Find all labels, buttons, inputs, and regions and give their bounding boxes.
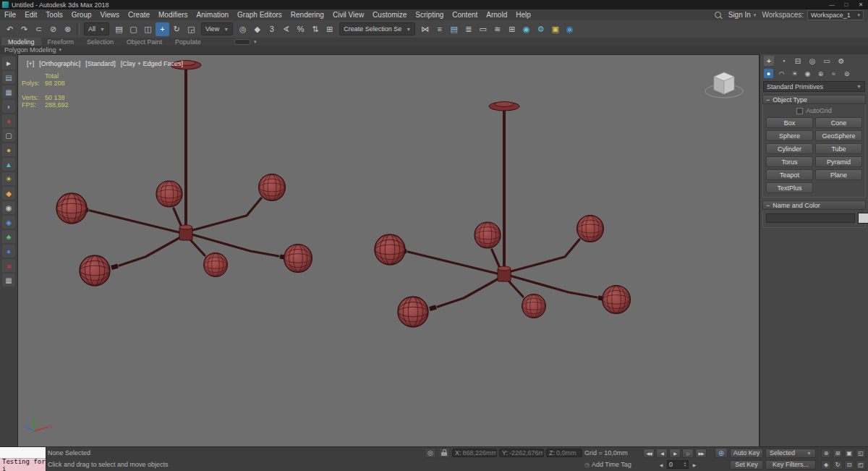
object-type-button[interactable]: Torus (766, 156, 813, 167)
current-frame-field[interactable]: 0 ▲▼ (667, 460, 689, 469)
menu-item[interactable]: Views (96, 11, 124, 19)
selection-filter-dropdown[interactable]: All ▼ (84, 22, 109, 35)
viewport-canvas[interactable]: x y (18, 55, 759, 446)
layers-panel-icon[interactable]: ▦ (2, 85, 15, 98)
ribbon-minimize-pill[interactable] (234, 39, 250, 45)
box-tool-icon[interactable]: ▢ (2, 129, 15, 142)
ribbon-config-chevron-icon[interactable]: ▾ (254, 39, 257, 45)
coordinate-x-field[interactable]: X: 868,226mm (452, 449, 497, 457)
bone-tool-icon[interactable]: ◈ (2, 216, 15, 229)
pan-icon[interactable]: ◈ (821, 460, 831, 470)
maximize-button[interactable]: □ (839, 1, 854, 8)
workspace-dropdown[interactable]: Workspace_1 ▾ (807, 10, 864, 20)
ribbon-toggle-icon[interactable]: ▭ (476, 22, 490, 36)
helpers-category-icon[interactable]: ⊕ (816, 69, 825, 78)
chandelier-model-left[interactable] (56, 61, 312, 287)
grid-tool-icon[interactable]: ▦ (2, 273, 15, 287)
viewport-label-segment[interactable]: [+] (27, 60, 34, 67)
primitives-dropdown[interactable]: Standard Primitives ▼ (763, 81, 865, 92)
menu-item[interactable]: Tools (41, 11, 67, 19)
menu-item[interactable]: File (0, 11, 20, 19)
cameras-category-icon[interactable]: ◉ (803, 69, 812, 78)
menu-item[interactable]: Arnold (482, 11, 511, 19)
snaps-toggle-icon[interactable]: 3 (265, 22, 278, 36)
go-to-end-button[interactable]: ▶▶ (695, 449, 707, 458)
shapes-category-icon[interactable]: ◠ (777, 69, 786, 78)
maxscript-mini-listener[interactable]: Testing for i (0, 447, 46, 471)
schematic-view-icon[interactable]: ⊞ (505, 22, 519, 36)
create-selection-set-field[interactable]: Create Selection Se ▼ (339, 22, 415, 35)
key-filters-button[interactable]: Key Filters... (765, 460, 816, 470)
frame-forward-button[interactable]: ▶ (690, 460, 699, 469)
object-type-button[interactable]: TextPlus (766, 182, 813, 193)
menu-item[interactable]: Animation (192, 11, 233, 19)
autogrid-checkbox[interactable] (796, 108, 803, 114)
unlink-selection-icon[interactable]: ⊘ (46, 22, 60, 36)
object-type-button[interactable]: Pyramid (815, 156, 862, 167)
search-icon[interactable] (715, 12, 721, 18)
align-icon[interactable]: ≡ (433, 22, 446, 36)
motion-tab-icon[interactable]: ◎ (807, 56, 817, 66)
modify-tab-icon[interactable]: ◔ (778, 56, 788, 66)
previous-frame-button[interactable]: ◀ (656, 449, 668, 458)
helper-tool-icon[interactable]: ◆ (2, 187, 15, 200)
record-icon[interactable]: ● (2, 114, 15, 127)
frame-back-button[interactable]: ◀ (657, 460, 665, 469)
object-type-button[interactable]: Sphere (766, 130, 813, 141)
viewport-label-segment[interactable]: [Orthographic] (39, 60, 80, 67)
select-and-link-icon[interactable]: ⊂ (32, 22, 46, 36)
undo-icon[interactable]: ↶ (3, 22, 17, 36)
select-by-name-icon[interactable]: ▤ (112, 22, 126, 36)
close-button[interactable]: ✕ (854, 1, 868, 8)
mirror-icon[interactable]: ⋈ (418, 22, 432, 36)
add-time-tag[interactable]: ◷ Add Time Tag (584, 461, 641, 468)
sign-in-button[interactable]: Sign In ▾ (726, 11, 759, 19)
render-production-icon[interactable]: ◉ (563, 22, 576, 36)
spinner-snap-icon[interactable]: ⇅ (308, 22, 322, 36)
named-selection-sets-icon[interactable]: ⊞ (323, 22, 336, 36)
create-tab-icon[interactable]: + (764, 56, 774, 66)
material-sample-icon[interactable]: ■ (2, 259, 15, 272)
maximize-viewport-toggle-icon[interactable]: ◰ (856, 460, 866, 470)
isolate-selection-toggle-icon[interactable]: ◎ (425, 448, 436, 458)
material-editor-icon[interactable]: ◉ (519, 22, 533, 36)
listener-line[interactable]: Testing for i (0, 459, 46, 471)
render-setup-icon[interactable]: ⚙ (534, 22, 548, 36)
select-and-move-icon[interactable]: + (156, 22, 169, 36)
key-mode-dropdown[interactable]: Selected ▼ (765, 449, 816, 458)
rectangular-selection-region-icon[interactable]: ▢ (127, 22, 140, 36)
viewport-label-segment[interactable]: [Standard] (85, 60, 116, 67)
sphere-tool-icon[interactable]: ● (2, 143, 15, 156)
cone-tool-icon[interactable]: ▲ (2, 158, 15, 171)
bind-to-space-warp-icon[interactable]: ⊗ (61, 22, 75, 36)
hierarchy-tab-icon[interactable]: ⊟ (793, 56, 803, 66)
light-tool-icon[interactable]: ☀ (2, 172, 15, 185)
orbit-icon[interactable]: ↻ (833, 460, 843, 470)
select-and-manipulate-icon[interactable]: ◆ (250, 22, 264, 36)
zoom-extents-icon[interactable]: ▣ (844, 449, 854, 458)
ribbon-tab[interactable]: Selection (80, 38, 120, 46)
space-warps-category-icon[interactable]: ≈ (829, 69, 838, 78)
scene-explorer-icon[interactable]: ▤ (447, 22, 461, 36)
reference-coordinate-dropdown[interactable]: View ▼ (201, 22, 233, 35)
foliage-tool-icon[interactable]: ♣ (2, 230, 15, 243)
selection-region-icon[interactable]: ▤ (2, 71, 15, 84)
menu-item[interactable]: Graph Editors (233, 11, 286, 19)
object-type-button[interactable]: GeoSphere (815, 130, 862, 141)
angle-snap-icon[interactable]: ∢ (279, 22, 293, 36)
object-color-swatch[interactable] (858, 213, 868, 224)
ribbon-panel-label[interactable]: Polygon Modeling (4, 46, 56, 54)
field-of-view-icon[interactable]: ⊡ (844, 460, 854, 470)
redo-icon[interactable]: ↷ (17, 22, 31, 36)
select-and-scale-icon[interactable]: ◲ (184, 22, 198, 36)
menu-item[interactable]: Edit (20, 11, 41, 19)
menu-item[interactable]: Customize (368, 11, 411, 19)
set-keys-button[interactable]: ⊕ (715, 448, 728, 458)
menu-item[interactable]: Rendering (286, 11, 328, 19)
geometry-category-icon[interactable]: ● (764, 69, 773, 78)
menu-item[interactable]: Content (448, 11, 482, 19)
next-frame-button[interactable]: ▷ (682, 449, 694, 458)
play-button[interactable]: ▶ (669, 449, 681, 458)
paint-deform-icon[interactable]: ◗ (2, 100, 15, 113)
layer-explorer-icon[interactable]: ≣ (461, 22, 475, 36)
